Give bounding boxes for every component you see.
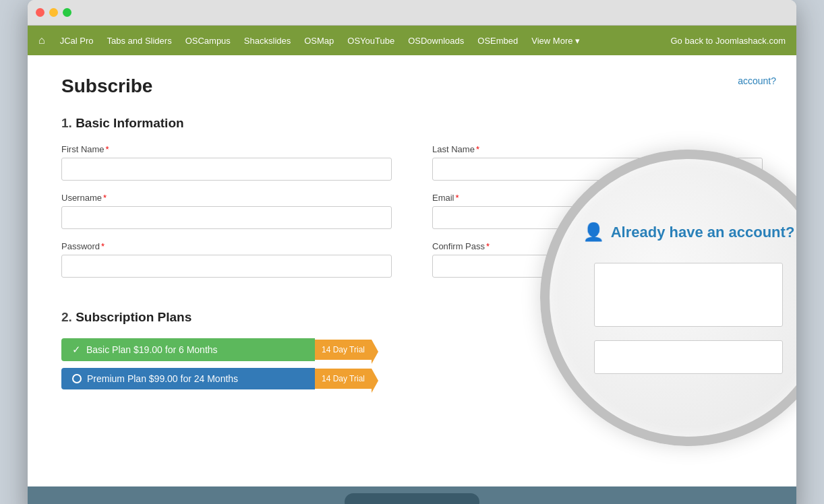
nav-shackslides[interactable]: Shackslides <box>237 33 297 49</box>
navbar-links: JCal Pro Tabs and Sliders OSCampus Shack… <box>53 33 671 49</box>
nav-oscampus[interactable]: OSCampus <box>179 33 237 49</box>
already-account-link-top[interactable]: account? <box>738 75 776 86</box>
close-button[interactable] <box>36 8 45 17</box>
main-content: account? Subscribe 1. Basic Information … <box>28 55 796 486</box>
back-to-joomlashack[interactable]: Go back to Joomlashack.com <box>670 36 786 46</box>
confirm-password-magnified[interactable] <box>594 263 783 327</box>
first-name-label: First Name* <box>61 144 392 154</box>
trial-badge-basic[interactable]: 14 Day Trial <box>315 340 372 360</box>
already-account-display: 👤 Already have an account? <box>583 222 795 243</box>
magnified-input-bottom[interactable] <box>594 340 783 374</box>
navbar: ⌂ JCal Pro Tabs and Sliders OSCampus Sha… <box>28 26 796 55</box>
user-icon: 👤 <box>583 222 604 243</box>
magnify-content: 👤 Already have an account? <box>550 208 796 387</box>
nav-osembed[interactable]: OSEmbed <box>471 33 525 49</box>
plan-premium-button[interactable]: Premium Plan $99.00 for 24 Months <box>61 368 315 389</box>
traffic-lights <box>36 8 71 17</box>
username-group: Username* <box>61 193 392 229</box>
plan-row-basic: ✓ Basic Plan $19.00 for 6 Months 14 Day … <box>61 338 372 361</box>
nav-jcal-pro[interactable]: JCal Pro <box>53 33 100 49</box>
maximize-button[interactable] <box>63 8 71 17</box>
username-input[interactable] <box>61 206 392 229</box>
nav-tabs-sliders[interactable]: Tabs and Sliders <box>100 33 179 49</box>
trial-badge-premium[interactable]: 14 Day Trial <box>315 369 372 389</box>
browser-window: ⌂ JCal Pro Tabs and Sliders OSCampus Sha… <box>28 0 796 504</box>
nav-osmap[interactable]: OSMap <box>297 33 341 49</box>
radio-icon <box>72 374 82 383</box>
checkmark-icon: ✓ <box>72 344 81 356</box>
nav-osdownloads[interactable]: OSDownloads <box>401 33 471 49</box>
plan-basic-button[interactable]: ✓ Basic Plan $19.00 for 6 Months <box>61 338 315 361</box>
plan-row-premium: Premium Plan $99.00 for 24 Months 14 Day… <box>61 368 372 389</box>
minimize-button[interactable] <box>49 8 58 17</box>
section-1-title: 1. Basic Information <box>61 116 763 131</box>
password-group: Password* <box>61 241 392 278</box>
taskbar <box>28 486 796 504</box>
password-label: Password* <box>61 241 392 251</box>
home-icon[interactable]: ⌂ <box>38 34 45 46</box>
password-input[interactable] <box>61 255 392 278</box>
title-bar <box>28 0 796 26</box>
nav-view-more[interactable]: View More ▾ <box>525 33 587 49</box>
first-name-group: First Name* <box>61 144 392 181</box>
taskbar-pill <box>345 493 479 505</box>
nav-osyoutube[interactable]: OSYouTube <box>341 33 401 49</box>
username-label: Username* <box>61 193 392 203</box>
page-title: Subscribe <box>61 75 763 97</box>
first-name-input[interactable] <box>61 158 392 181</box>
